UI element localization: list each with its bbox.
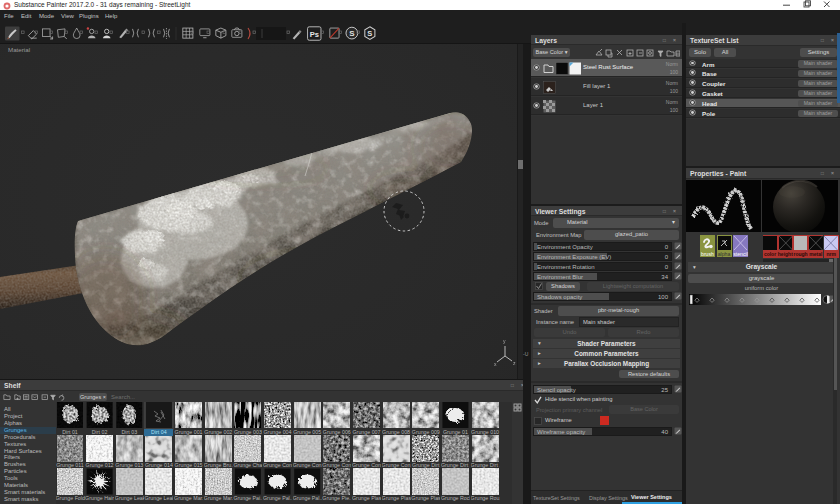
svg-text:z: z (513, 360, 516, 366)
svg-text:x: x (494, 361, 497, 367)
svg-text:S: S (367, 29, 372, 38)
svg-text:y: y (503, 338, 506, 344)
svg-text:S: S (349, 29, 354, 38)
svg-text:Ps: Ps (310, 30, 319, 39)
